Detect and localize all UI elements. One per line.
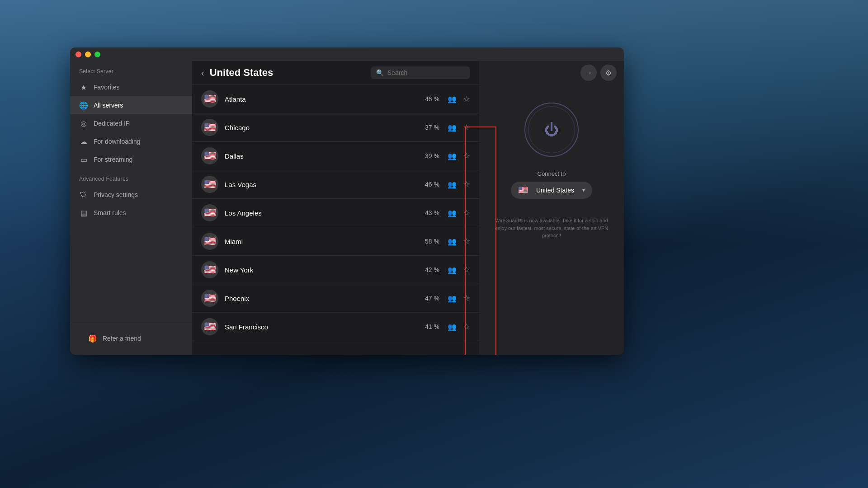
sidebar-item-smart-rules[interactable]: ▤ Smart rules xyxy=(70,204,192,222)
gift-icon: 🎁 xyxy=(88,334,97,343)
server-city-name: Phoenix xyxy=(225,295,420,302)
favorite-star-icon[interactable]: ☆ xyxy=(463,179,470,189)
for-downloading-icon: ☁ xyxy=(79,137,88,146)
server-city-name: Los Angeles xyxy=(225,209,420,217)
users-icon[interactable]: 👥 xyxy=(448,152,457,160)
close-button[interactable] xyxy=(75,52,81,57)
all-servers-icon: 🌐 xyxy=(79,101,88,110)
sidebar-item-favorites[interactable]: ★ Favorites xyxy=(70,78,192,96)
favorite-star-icon[interactable]: ☆ xyxy=(463,122,470,132)
server-load-percentage: 41 % xyxy=(420,322,443,331)
users-icon[interactable]: 👥 xyxy=(448,294,457,303)
users-icon[interactable]: 👥 xyxy=(448,123,457,132)
sidebar-item-all-servers[interactable]: 🌐 All servers xyxy=(70,96,192,114)
server-city-name: Miami xyxy=(225,238,420,245)
table-row[interactable]: 🇺🇸 Chicago 37 % 👥 ☆ xyxy=(192,113,479,142)
title-bar xyxy=(70,47,624,61)
users-icon[interactable]: 👥 xyxy=(448,266,457,274)
server-flag: 🇺🇸 xyxy=(201,318,218,335)
table-row[interactable]: 🇺🇸 San Francisco 41 % 👥 ☆ xyxy=(192,313,479,341)
connect-country-name: United States xyxy=(536,187,574,194)
main-panel: ‹ United States 🔍 🇺🇸 Atlanta 46 % 👥 ☆ 🇺🇸… xyxy=(192,47,479,355)
server-load-percentage: 47 % xyxy=(420,294,443,303)
server-city-name: Atlanta xyxy=(225,95,420,103)
favorite-star-icon[interactable]: ☆ xyxy=(463,322,470,332)
favorite-star-icon[interactable]: ☆ xyxy=(463,236,470,246)
server-city-name: San Francisco xyxy=(225,323,420,331)
server-city-name: New York xyxy=(225,266,420,274)
server-load-percentage: 46 % xyxy=(420,180,443,189)
server-flag: 🇺🇸 xyxy=(201,90,218,108)
settings-button[interactable]: ⚙ xyxy=(600,65,617,81)
search-bar: 🔍 xyxy=(371,66,470,79)
server-load-percentage: 43 % xyxy=(420,208,443,217)
back-button[interactable]: ‹ xyxy=(201,68,204,78)
chevron-down-icon: ▾ xyxy=(582,187,585,193)
server-flag: 🇺🇸 xyxy=(201,204,218,221)
right-header: → ⚙ xyxy=(479,61,624,84)
server-flag: 🇺🇸 xyxy=(201,261,218,278)
country-flag: 🇺🇸 xyxy=(518,185,528,195)
sidebar-advanced-items: 🛡 Privacy settings ▤ Smart rules xyxy=(70,186,192,222)
favorite-star-icon[interactable]: ☆ xyxy=(463,265,470,275)
sidebar-item-dedicated-ip[interactable]: ◎ Dedicated IP xyxy=(70,114,192,132)
country-select-button[interactable]: 🇺🇸 United States ▾ xyxy=(511,182,592,199)
app-window: Select Server ★ Favorites 🌐 All servers … xyxy=(70,47,624,355)
advanced-section-label: Advanced Features xyxy=(70,169,192,186)
server-flag: 🇺🇸 xyxy=(201,290,218,307)
sidebar-label-dedicated-ip: Dedicated IP xyxy=(94,120,130,127)
server-list: 🇺🇸 Atlanta 46 % 👥 ☆ 🇺🇸 Chicago 37 % 👥 ☆ … xyxy=(192,85,479,355)
users-icon[interactable]: 👥 xyxy=(448,323,457,331)
right-panel: → ⚙ ⏻ Connect to 🇺🇸 United States ▾ Wire… xyxy=(479,47,624,355)
table-row[interactable]: 🇺🇸 Phoenix 47 % 👥 ☆ xyxy=(192,284,479,313)
minimize-button[interactable] xyxy=(85,52,91,57)
power-icon: ⏻ xyxy=(544,122,559,138)
server-flag: 🇺🇸 xyxy=(201,233,218,250)
favorites-icon: ★ xyxy=(79,83,88,92)
server-flag: 🇺🇸 xyxy=(201,119,218,136)
table-row[interactable]: 🇺🇸 Los Angeles 43 % 👥 ☆ xyxy=(192,199,479,227)
sidebar-section-label: Select Server xyxy=(70,61,192,78)
users-icon[interactable]: 👥 xyxy=(448,209,457,217)
wireguard-note: WireGuard® is now available. Take it for… xyxy=(479,208,624,249)
sidebar-item-privacy-settings[interactable]: 🛡 Privacy settings xyxy=(70,186,192,204)
connect-to-label: Connect to xyxy=(538,170,566,177)
sidebar-label-privacy-settings: Privacy settings xyxy=(94,191,138,198)
table-row[interactable]: 🇺🇸 Las Vegas 46 % 👥 ☆ xyxy=(192,170,479,199)
for-streaming-icon: ▭ xyxy=(79,155,88,164)
connect-arrow-button[interactable]: → xyxy=(580,65,597,81)
table-row[interactable]: 🇺🇸 New York 42 % 👥 ☆ xyxy=(192,256,479,284)
server-load-percentage: 46 % xyxy=(420,94,443,103)
smart-rules-icon: ▤ xyxy=(79,208,88,217)
sidebar-label-smart-rules: Smart rules xyxy=(94,209,126,216)
users-icon[interactable]: 👥 xyxy=(448,95,457,103)
server-rows: 🇺🇸 Atlanta 46 % 👥 ☆ 🇺🇸 Chicago 37 % 👥 ☆ … xyxy=(192,85,479,341)
search-input[interactable] xyxy=(387,69,465,76)
dedicated-ip-icon: ◎ xyxy=(79,119,88,128)
sidebar-item-for-streaming[interactable]: ▭ For streaming xyxy=(70,150,192,169)
favorite-star-icon[interactable]: ☆ xyxy=(463,94,470,104)
power-button[interactable]: ⏻ xyxy=(524,103,579,157)
privacy-settings-icon: 🛡 xyxy=(79,190,88,199)
sidebar-label-favorites: Favorites xyxy=(94,84,120,91)
server-city-name: Dallas xyxy=(225,152,420,160)
server-load-percentage: 42 % xyxy=(420,265,443,274)
sidebar-spacer xyxy=(70,222,192,322)
country-title: United States xyxy=(210,67,365,79)
table-row[interactable]: 🇺🇸 Dallas 39 % 👥 ☆ xyxy=(192,142,479,170)
favorite-star-icon[interactable]: ☆ xyxy=(463,208,470,218)
users-icon[interactable]: 👥 xyxy=(448,237,457,246)
server-load-percentage: 37 % xyxy=(420,123,443,132)
main-header: ‹ United States 🔍 xyxy=(192,61,479,85)
table-row[interactable]: 🇺🇸 Atlanta 46 % 👥 ☆ xyxy=(192,85,479,113)
sidebar: Select Server ★ Favorites 🌐 All servers … xyxy=(70,47,192,355)
sidebar-item-for-downloading[interactable]: ☁ For downloading xyxy=(70,132,192,150)
table-row[interactable]: 🇺🇸 Miami 58 % 👥 ☆ xyxy=(192,227,479,256)
favorite-star-icon[interactable]: ☆ xyxy=(463,293,470,303)
sidebar-bottom: 🎁 Refer a friend xyxy=(70,322,192,355)
maximize-button[interactable] xyxy=(94,52,100,57)
sidebar-label-for-downloading: For downloading xyxy=(94,138,141,145)
favorite-star-icon[interactable]: ☆ xyxy=(463,151,470,161)
sidebar-item-refer-friend[interactable]: 🎁 Refer a friend xyxy=(79,329,183,347)
users-icon[interactable]: 👥 xyxy=(448,180,457,189)
